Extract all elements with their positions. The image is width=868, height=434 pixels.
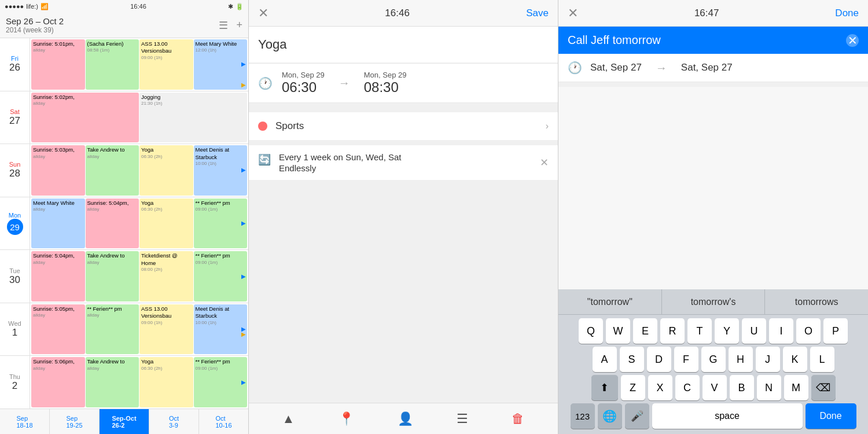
event-sunrise-tue[interactable]: Sunrise: 5:04pm,allday [31,251,85,301]
space-key[interactable]: space [652,403,803,429]
calendar-row[interactable]: Sports › [249,112,558,140]
key-e[interactable]: E [633,318,657,344]
key-f[interactable]: F [674,347,698,372]
event-yoga-thu[interactable]: Yoga06:30 (2h) [139,357,193,407]
event-mary-mon[interactable]: Meet Mary Whiteallday [31,198,85,249]
day-label-fri[interactable]: Fri 26 [0,38,30,91]
backspace-key[interactable]: ⌫ [811,375,836,400]
footer-week3[interactable]: Sep-Oct26-2 [100,409,149,434]
alarm-icon[interactable]: ▲ [282,411,295,426]
key-x[interactable]: X [648,375,672,400]
event-sunrise-sun[interactable]: Sunrise: 5:03pm,allday [31,145,85,196]
note-done-button[interactable]: Done [835,8,859,19]
event-yoga-sun[interactable]: Yoga06:30 (2h) [139,145,193,196]
footer-week2[interactable]: Sep19-25 [50,409,100,434]
event-mary-fri[interactable]: Meet Mary White12:00 (1h) ▶ ▶ [194,39,248,90]
key-n[interactable]: N [757,375,781,400]
signal-dots: ●●●●● [5,3,24,10]
event-yoga-mon[interactable]: Yoga06:30 (2h) [139,198,193,249]
event-sunrise-sat[interactable]: Sunrise: 5:02pm,allday [31,93,139,143]
event-ticket-tue[interactable]: Ticketdienst @ Home08:00 (2h) [139,251,193,301]
suggestion-possessive[interactable]: tomorrow's [662,289,766,314]
key-c[interactable]: C [675,375,700,400]
note-time-section[interactable]: 🕐 Sat, Sep 27 → Sat, Sep 27 [558,54,868,82]
key-y[interactable]: Y [715,318,739,344]
footer-week4[interactable]: Oct3-9 [149,409,199,434]
note-end-item[interactable]: Sat, Sep 27 [681,62,733,73]
key-p[interactable]: P [823,318,848,344]
day-label-wed[interactable]: Wed 1 [0,303,30,356]
day-label-mon[interactable]: Mon 29 [0,197,30,250]
contact-icon[interactable]: 👤 [398,411,413,426]
event-sunrise-mon[interactable]: Sunrise: 5:04pm,allday [86,198,139,249]
key-j[interactable]: J [756,347,780,372]
clear-input-button[interactable]: ✕ [846,34,859,47]
suggestion-quoted[interactable]: "tomorrow" [558,289,662,314]
event-ferien-mon[interactable]: ** Ferien** pm09:00 (1m) ▶ [194,198,248,249]
mic-key[interactable]: 🎤 [625,403,649,429]
key-t[interactable]: T [687,318,712,344]
key-w[interactable]: W [606,318,630,344]
calendar-row-thu: Thu 2 Sunrise: 5:06pm,allday Take Andrew… [0,356,248,409]
nav-clock: 16:46 [385,8,410,19]
key-o[interactable]: O [796,318,821,344]
day-label-sun[interactable]: Sun 28 [0,144,30,197]
event-andrew-sun[interactable]: Take Andrew toallday [86,145,139,196]
event-sunrise-thu[interactable]: Sunrise: 5:06pm,allday [31,357,85,407]
event-ass-wed[interactable]: ASS 13.00 Versionsbau09:00 (1h) [139,304,193,355]
key-z[interactable]: Z [621,375,645,400]
globe-key[interactable]: 🌐 [598,403,622,429]
event-sacha-fri[interactable]: (Sacha Ferien)08:58 (1m) [86,39,139,90]
key-s[interactable]: S [620,347,644,372]
start-time-item[interactable]: Mon, Sep 29 06:30 [282,71,325,95]
add-event-icon[interactable]: + [236,19,242,32]
key-h[interactable]: H [729,347,753,372]
key-m[interactable]: M [784,375,808,400]
event-denis-wed[interactable]: Meet Denis at Starbuck10:00 (1h) ▶ ▶ [194,304,248,355]
key-d[interactable]: D [647,347,671,372]
close-button[interactable]: ✕ [258,6,269,21]
menu-icon[interactable]: ☰ [219,19,228,32]
event-sunrise-fri[interactable]: Sunrise: 5:01pm,allday [31,39,85,90]
note-text-input[interactable] [568,34,840,47]
end-time-item[interactable]: Mon, Sep 29 08:30 [364,71,407,95]
key-b[interactable]: B [730,375,754,400]
event-ferien-thu[interactable]: ** Ferien** pm09:00 (1m) ▶ [194,357,248,407]
event-ferien2-wed[interactable]: ** Ferien** pmallday [86,304,139,355]
save-button[interactable]: Save [526,8,549,19]
num-key[interactable]: 123 [571,403,595,429]
event-andrew-tue[interactable]: Take Andrew toallday [86,251,139,301]
key-u[interactable]: U [742,318,766,344]
notes-icon[interactable]: ☰ [457,411,468,426]
footer-week1[interactable]: Sep18-18 [0,409,50,434]
key-v[interactable]: V [703,375,727,400]
repeat-row[interactable]: 🔄 Every 1 week on Sun, Wed, Sat Endlessl… [249,145,558,180]
event-jogging-sat[interactable]: Jogging21:30 (1h) [139,93,247,143]
event-andrew-thu[interactable]: Take Andrew toallday [86,357,139,407]
delete-icon[interactable]: 🗑 [512,411,524,426]
shift-key[interactable]: ⬆ [591,375,618,400]
key-q[interactable]: Q [579,318,603,344]
day-label-tue[interactable]: Tue 30 [0,250,30,303]
key-g[interactable]: G [701,347,726,372]
note-close-button[interactable]: ✕ [568,6,578,21]
event-ferien-tue[interactable]: ** Ferien** pm09:00 (1m) ▶ [194,251,248,301]
event-ass-fri[interactable]: ASS 13.00 Versionsbau09:00 (1h) [139,39,193,90]
repeat-close-button[interactable]: ✕ [540,156,549,169]
key-i[interactable]: I [769,318,793,344]
event-time-section[interactable]: 🕐 Mon, Sep 29 06:30 → Mon, Sep 29 08:30 [249,63,558,103]
location-icon[interactable]: 📍 [339,411,354,426]
note-start-item[interactable]: Sat, Sep 27 [590,62,642,73]
event-title-input[interactable] [258,37,549,52]
event-denis-sun[interactable]: Meet Denis at Starbuck10:00 (1h) ▶ [194,145,248,196]
key-k[interactable]: K [783,347,807,372]
key-a[interactable]: A [593,347,617,372]
event-sunrise-wed[interactable]: Sunrise: 5:05pm,allday [31,304,85,355]
footer-week5[interactable]: Oct10-16 [199,409,248,434]
day-label-thu[interactable]: Thu 2 [0,356,30,409]
key-r[interactable]: R [660,318,685,344]
suggestion-plural[interactable]: tomorrows [765,289,868,314]
day-label-sat[interactable]: Sat 27 [0,91,30,144]
done-key[interactable]: Done [806,403,856,429]
key-l[interactable]: L [810,347,834,372]
